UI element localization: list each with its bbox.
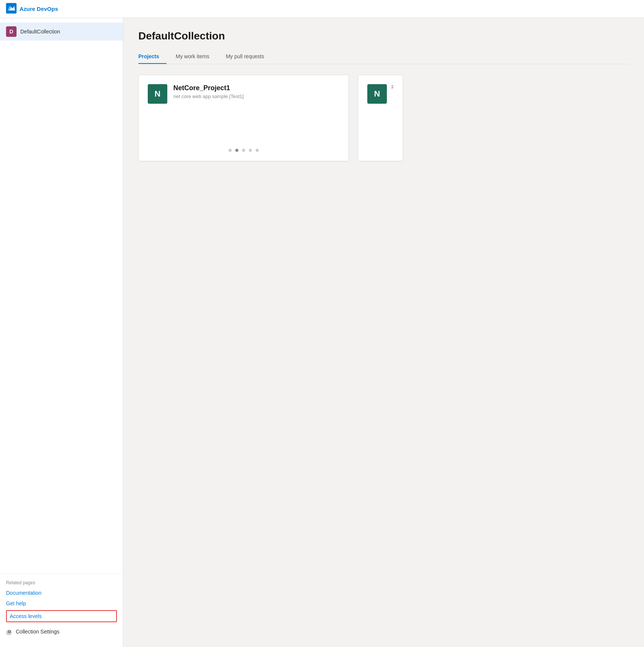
tab-my-work-items[interactable]: My work items [176, 50, 217, 64]
project-name: NetCore_Project1 [173, 84, 339, 92]
sidebar-spacer [0, 42, 123, 574]
collection-settings-label: Collection Settings [16, 629, 59, 635]
dot-5 [256, 149, 259, 152]
sidebar-link-documentation[interactable]: Documentation [6, 589, 117, 597]
project-card-partial: N Fr [358, 75, 403, 161]
partial-card-header: N Fr [367, 84, 394, 104]
collection-avatar: D [6, 26, 17, 37]
topbar: Azure DevOps [0, 0, 644, 18]
project-card-header: N NetCore_Project1 net core web app samp… [148, 84, 339, 104]
project-info: NetCore_Project1 net core web app sample… [173, 84, 339, 99]
page-title: DefaultCollection [138, 30, 629, 42]
card-pagination-dots [148, 144, 339, 152]
sidebar-link-get-help[interactable]: Get help [6, 600, 117, 607]
card-spacer [148, 110, 339, 144]
dot-4 [249, 149, 252, 152]
dot-1 [229, 149, 232, 152]
collection-name: DefaultCollection [20, 29, 60, 35]
app-title: Azure DevOps [20, 6, 58, 12]
tab-my-pull-requests[interactable]: My pull requests [226, 50, 272, 64]
project-description: net core web app sample [Test1] [173, 94, 339, 99]
dot-3 [242, 149, 245, 152]
projects-cards-row: N NetCore_Project1 net core web app samp… [138, 75, 629, 161]
sidebar: D DefaultCollection Related pages Docume… [0, 18, 123, 647]
collection-settings-item[interactable]: Collection Settings [6, 625, 117, 638]
tab-projects[interactable]: Projects [138, 50, 167, 64]
main-layout: D DefaultCollection Related pages Docume… [0, 18, 644, 647]
project-avatar: N [148, 84, 167, 104]
partial-project-avatar: N [367, 84, 387, 104]
app-logo: Azure DevOps [6, 3, 58, 15]
sidebar-collection-item[interactable]: D DefaultCollection [0, 23, 123, 41]
sidebar-link-access-levels[interactable]: Access levels [6, 610, 117, 622]
sidebar-bottom: Related pages Documentation Get help Acc… [0, 574, 123, 647]
main-content: DefaultCollection Projects My work items… [123, 18, 644, 647]
gear-icon [6, 628, 13, 635]
project-card-netcore[interactable]: N NetCore_Project1 net core web app samp… [138, 75, 349, 161]
azure-devops-icon [6, 3, 17, 15]
dot-2 [235, 149, 238, 152]
tabs-bar: Projects My work items My pull requests [138, 50, 629, 64]
related-pages-label: Related pages [6, 580, 117, 585]
partial-project-text: Fr [391, 84, 394, 90]
